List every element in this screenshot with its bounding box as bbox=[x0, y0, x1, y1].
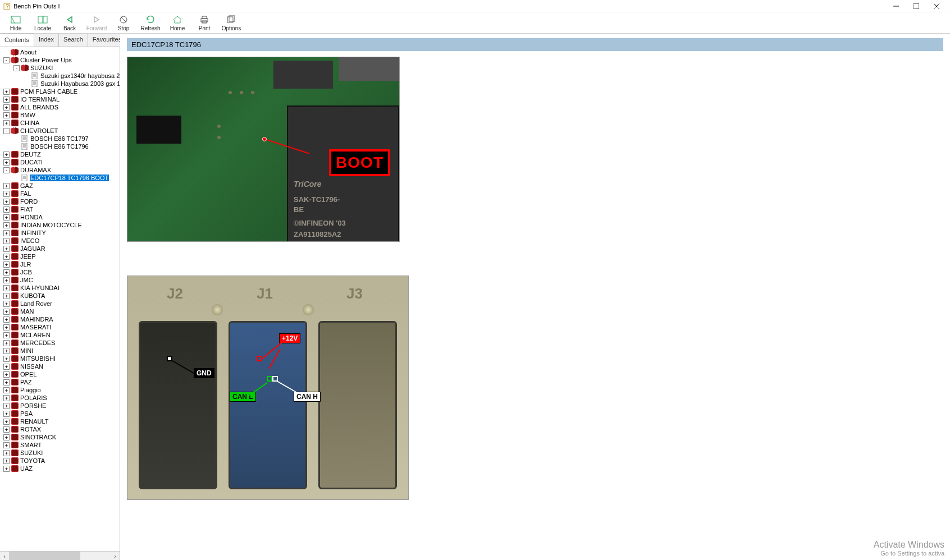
expand-icon[interactable]: + bbox=[3, 419, 10, 425]
tree-item[interactable]: +INDIAN MOTOCYCLE bbox=[0, 221, 120, 229]
tree-item[interactable]: +SUZUKI bbox=[0, 449, 120, 457]
scroll-right-icon[interactable]: › bbox=[111, 552, 120, 561]
tree-item[interactable]: +IVECO bbox=[0, 237, 120, 245]
print-button[interactable]: Print bbox=[192, 13, 217, 33]
tree-item[interactable]: +MCLAREN bbox=[0, 331, 120, 339]
tree-item[interactable]: +FAL bbox=[0, 190, 120, 198]
expand-icon[interactable]: + bbox=[3, 316, 10, 323]
expand-icon[interactable]: + bbox=[3, 371, 10, 378]
refresh-button[interactable]: Refresh bbox=[138, 13, 163, 33]
tree-item[interactable]: +About bbox=[0, 48, 120, 56]
tree-item[interactable]: +JAGUAR bbox=[0, 245, 120, 253]
options-button[interactable]: Options bbox=[219, 13, 244, 33]
tree-item[interactable]: -Cluster Power Ups bbox=[0, 56, 120, 64]
expand-icon[interactable]: + bbox=[3, 246, 10, 252]
minimize-button[interactable] bbox=[886, 0, 906, 12]
expand-icon[interactable]: + bbox=[3, 309, 10, 315]
locate-button[interactable]: Locate bbox=[30, 13, 55, 33]
tree-item[interactable]: +OPEL bbox=[0, 370, 120, 378]
tree-item[interactable]: +HONDA bbox=[0, 213, 120, 221]
expand-icon[interactable]: + bbox=[3, 214, 10, 221]
maximize-button[interactable] bbox=[906, 0, 926, 12]
expand-icon[interactable]: + bbox=[3, 348, 10, 354]
contents-tree[interactable]: +About-Cluster Power Ups-SUZUKI+Suzuki g… bbox=[0, 47, 120, 551]
tree-item[interactable]: +MITSUBISHI bbox=[0, 355, 120, 362]
horizontal-scrollbar[interactable]: ‹ › bbox=[0, 551, 120, 560]
tree-item[interactable]: +Land Rover bbox=[0, 300, 120, 307]
expand-icon[interactable]: + bbox=[3, 199, 10, 205]
expand-icon[interactable]: + bbox=[3, 293, 10, 299]
expand-icon[interactable]: + bbox=[3, 364, 10, 370]
tree-item[interactable]: +FIAT bbox=[0, 205, 120, 213]
tree-item[interactable]: +EDC17CP18 TC1796 BOOT bbox=[0, 174, 120, 182]
expand-icon[interactable]: + bbox=[3, 222, 10, 228]
expand-icon[interactable]: + bbox=[3, 442, 10, 448]
expand-icon[interactable]: + bbox=[3, 261, 10, 268]
close-button[interactable] bbox=[926, 0, 947, 12]
tree-item[interactable]: +Suzuki Hayabusa 2003 gsx 130 bbox=[0, 80, 120, 88]
tree-item[interactable]: +JLR bbox=[0, 260, 120, 268]
tree-item[interactable]: +BOSCH E86 TC1797 bbox=[0, 135, 120, 143]
expand-icon[interactable]: + bbox=[3, 434, 10, 440]
expand-icon[interactable]: + bbox=[3, 254, 10, 260]
tree-item[interactable]: +UAZ bbox=[0, 465, 120, 472]
collapse-icon[interactable]: - bbox=[3, 167, 10, 173]
tree-item[interactable]: +GAZ bbox=[0, 182, 120, 190]
tree-item[interactable]: +CHINA bbox=[0, 119, 120, 127]
tab-index[interactable]: Index bbox=[34, 34, 59, 47]
tree-item[interactable]: +MERCEDES bbox=[0, 339, 120, 347]
expand-icon[interactable]: + bbox=[3, 458, 10, 464]
tree-item[interactable]: +Piaggio bbox=[0, 386, 120, 394]
expand-icon[interactable]: + bbox=[3, 426, 10, 433]
expand-icon[interactable]: + bbox=[3, 159, 10, 166]
tree-item[interactable]: +FORD bbox=[0, 198, 120, 205]
expand-icon[interactable]: + bbox=[3, 206, 10, 213]
expand-icon[interactable]: + bbox=[3, 301, 10, 307]
back-button[interactable]: Back bbox=[57, 13, 82, 33]
expand-icon[interactable]: + bbox=[3, 387, 10, 393]
tree-item[interactable]: +DEUTZ bbox=[0, 150, 120, 158]
tree-item[interactable]: +IO TERMINAL bbox=[0, 95, 120, 103]
tree-item[interactable]: +JCB bbox=[0, 268, 120, 276]
tree-item[interactable]: +SINOTRACK bbox=[0, 433, 120, 441]
tree-item[interactable]: +DUCATI bbox=[0, 158, 120, 166]
content-pane[interactable]: EDC17CP18 TC1796 TriCore SAK-TC1796- BE … bbox=[120, 34, 950, 560]
tree-item[interactable]: +TOYOTA bbox=[0, 457, 120, 465]
tree-item[interactable]: +Suzuki gsx1340r hayabusa 200 bbox=[0, 72, 120, 80]
tree-item[interactable]: +JEEP bbox=[0, 253, 120, 260]
tab-contents[interactable]: Contents bbox=[0, 34, 34, 47]
collapse-icon[interactable]: - bbox=[13, 65, 20, 71]
tree-item[interactable]: +BOSCH E86 TC1796 bbox=[0, 143, 120, 150]
tree-item[interactable]: +ROTAX bbox=[0, 425, 120, 433]
tree-item[interactable]: -DURAMAX bbox=[0, 166, 120, 174]
tree-item[interactable]: +KIA HYUNDAI bbox=[0, 284, 120, 292]
expand-icon[interactable]: + bbox=[3, 97, 10, 103]
expand-icon[interactable]: + bbox=[3, 356, 10, 362]
expand-icon[interactable]: + bbox=[3, 450, 10, 456]
expand-icon[interactable]: + bbox=[3, 411, 10, 417]
collapse-icon[interactable]: - bbox=[3, 128, 10, 134]
tab-search[interactable]: Search bbox=[59, 34, 88, 47]
tree-item[interactable]: +PSA bbox=[0, 410, 120, 417]
expand-icon[interactable]: + bbox=[3, 120, 10, 126]
tree-item[interactable]: +RENAULT bbox=[0, 417, 120, 425]
expand-icon[interactable]: + bbox=[3, 466, 10, 472]
hide-button[interactable]: Hide bbox=[3, 13, 28, 33]
home-button[interactable]: Home bbox=[165, 13, 190, 33]
expand-icon[interactable]: + bbox=[3, 332, 10, 338]
tree-item[interactable]: +MINI bbox=[0, 347, 120, 355]
expand-icon[interactable]: + bbox=[3, 340, 10, 346]
expand-icon[interactable]: + bbox=[3, 238, 10, 244]
expand-icon[interactable]: + bbox=[3, 277, 10, 283]
expand-icon[interactable]: + bbox=[3, 269, 10, 276]
tree-item[interactable]: -CHEVROLET bbox=[0, 127, 120, 135]
expand-icon[interactable]: + bbox=[3, 230, 10, 236]
tree-item[interactable]: +SMART bbox=[0, 441, 120, 449]
tree-item[interactable]: +INFINITY bbox=[0, 229, 120, 237]
tree-item[interactable]: +MAHINDRA bbox=[0, 315, 120, 323]
tree-item[interactable]: +PORSHE bbox=[0, 402, 120, 410]
expand-icon[interactable]: + bbox=[3, 324, 10, 331]
stop-button[interactable]: Stop bbox=[111, 13, 136, 33]
tree-item[interactable]: +PAZ bbox=[0, 378, 120, 386]
collapse-icon[interactable]: - bbox=[3, 57, 10, 63]
